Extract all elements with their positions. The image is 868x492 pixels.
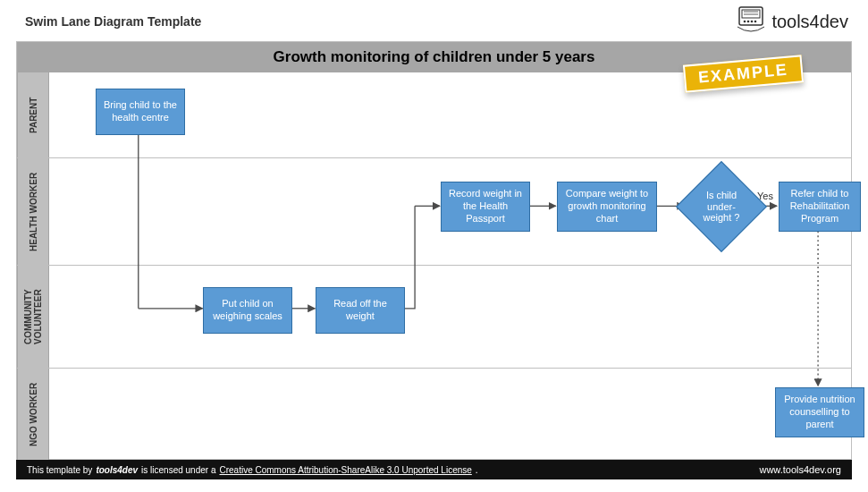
lane-label: COMMUNITY VOLUNTEER — [17, 266, 49, 368]
svg-point-4 — [751, 21, 754, 23]
node-compare-chart: Compare weight to growth monitoring char… — [557, 182, 657, 232]
tools4dev-icon — [736, 5, 766, 32]
footer-license: This template by tools4dev is licensed u… — [27, 465, 478, 475]
lanes-container: PARENT HEALTH WORKER COMMUNITY VOLUNTEER… — [17, 72, 851, 459]
node-text: Put child on weighing scales — [209, 298, 286, 323]
page: Swim Lane Diagram Template tools4dev Gro… — [0, 0, 868, 492]
brand-logo: tools4dev — [736, 5, 848, 32]
footer-text: . — [476, 465, 478, 475]
node-text: Read off the weight — [322, 298, 399, 323]
lane-label: HEALTH WORKER — [17, 158, 49, 265]
brand-name: tools4dev — [771, 13, 848, 32]
svg-rect-1 — [742, 10, 760, 18]
node-put-on-scales: Put child on weighing scales — [203, 287, 292, 334]
footer-brand: tools4dev — [96, 465, 138, 475]
swimlane-diagram: Growth monitoring of children under 5 ye… — [16, 41, 852, 460]
lane-label: PARENT — [17, 72, 49, 157]
footer-text: is licensed under a — [141, 465, 215, 475]
svg-point-5 — [754, 21, 757, 23]
node-text: Record weight in the Health Passport — [447, 188, 524, 225]
footer-url[interactable]: www.tools4dev.org — [759, 464, 841, 475]
decision-underweight: Is child under-weight ? — [689, 174, 754, 239]
footer-text: This template by — [27, 465, 92, 475]
svg-point-2 — [744, 21, 746, 23]
footer: This template by tools4dev is licensed u… — [16, 460, 852, 479]
node-text: Provide nutrition counselling to parent — [781, 394, 858, 430]
edge-label-yes: Yes — [757, 191, 773, 201]
document-title: Swim Lane Diagram Template — [25, 14, 201, 29]
node-text: Bring child to the health centre — [102, 99, 179, 124]
node-read-weight: Read off the weight — [316, 287, 405, 334]
node-provide-counselling: Provide nutrition counselling to parent — [775, 387, 864, 437]
node-bring-child: Bring child to the health centre — [96, 89, 185, 135]
node-text: Compare weight to growth monitoring char… — [563, 188, 651, 225]
node-text: Refer child to Rehabilitation Program — [785, 188, 855, 225]
footer-license-link[interactable]: Creative Commons Attribution-ShareAlike … — [219, 465, 471, 475]
node-text: Is child under-weight ? — [698, 190, 745, 224]
lane-label: NGO WORKER — [17, 369, 49, 461]
node-record-passport: Record weight in the Health Passport — [441, 182, 530, 232]
node-refer-rehab: Refer child to Rehabilitation Program — [779, 182, 861, 232]
svg-point-3 — [747, 21, 750, 23]
